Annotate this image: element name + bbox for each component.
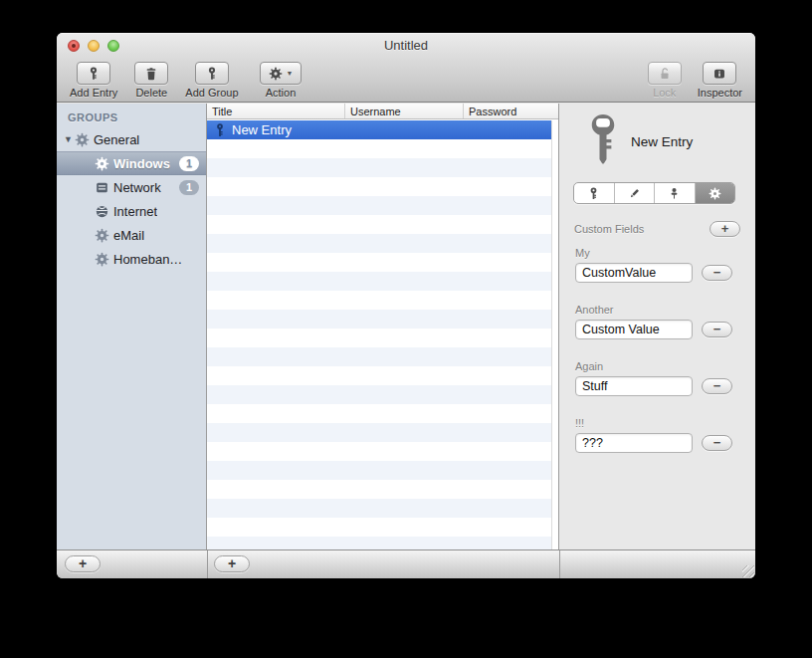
gear-icon bbox=[95, 156, 109, 171]
tab-notes[interactable] bbox=[615, 183, 656, 203]
custom-field-input[interactable] bbox=[575, 376, 693, 396]
key-icon bbox=[87, 67, 101, 81]
gear-icon bbox=[709, 187, 721, 200]
column-header-title[interactable]: Title bbox=[207, 104, 345, 118]
pencil-icon bbox=[628, 187, 641, 200]
add-entry-bottom-button[interactable]: + bbox=[214, 555, 250, 572]
window-title: Untitled bbox=[57, 33, 755, 57]
lock-label: Lock bbox=[653, 87, 676, 99]
key-icon bbox=[205, 67, 219, 81]
custom-field-label: !!! bbox=[575, 417, 732, 429]
action-toolbar-button[interactable]: ▼ Action bbox=[260, 62, 303, 99]
globe-icon bbox=[95, 204, 109, 219]
titlebar[interactable]: Untitled bbox=[57, 33, 755, 57]
custom-field-input[interactable] bbox=[575, 263, 693, 283]
custom-field-group: My − bbox=[575, 247, 732, 283]
gear-icon bbox=[269, 67, 283, 81]
app-window: Untitled Add Entry Delete Add Group bbox=[57, 33, 755, 578]
padlock-open-icon bbox=[658, 67, 672, 81]
bottom-bar: + + bbox=[57, 549, 755, 578]
sidebar-item-general[interactable]: ▼ General bbox=[57, 127, 206, 151]
chevron-down-icon: ▼ bbox=[287, 70, 294, 77]
custom-field-input[interactable] bbox=[575, 433, 693, 453]
disclosure-triangle-icon[interactable]: ▼ bbox=[62, 134, 75, 144]
action-label: Action bbox=[266, 87, 297, 99]
divider bbox=[559, 550, 560, 578]
custom-field-input[interactable] bbox=[575, 320, 693, 339]
toolbar: Add Entry Delete Add Group ▼ Action bbox=[57, 57, 755, 103]
table-body bbox=[207, 120, 551, 549]
gear-icon bbox=[95, 228, 109, 243]
sidebar-item-email[interactable]: eMail bbox=[57, 223, 206, 247]
trash-icon bbox=[144, 67, 158, 81]
custom-field-group: Another − bbox=[575, 304, 732, 339]
pin-icon bbox=[668, 187, 681, 200]
count-badge: 1 bbox=[179, 180, 199, 195]
add-group-toolbar-button[interactable]: Add Group bbox=[185, 62, 238, 99]
custom-field-label: Another bbox=[575, 304, 732, 316]
custom-field-group: !!! − bbox=[575, 417, 732, 453]
count-badge: 1 bbox=[179, 156, 199, 171]
remove-custom-field-button[interactable]: − bbox=[702, 322, 732, 337]
server-icon bbox=[95, 180, 109, 195]
window-chrome: Untitled Add Entry Delete Add Group bbox=[57, 33, 755, 103]
remove-custom-field-button[interactable]: − bbox=[702, 435, 732, 451]
key-icon bbox=[587, 187, 600, 200]
inspector-panel: New Entry Custom Fields + My − bbox=[559, 104, 755, 549]
inspector-entry-title: New Entry bbox=[631, 134, 693, 149]
sidebar-item-network[interactable]: Network 1 bbox=[57, 175, 206, 199]
custom-fields-section-label: Custom Fields bbox=[574, 223, 644, 235]
key-icon bbox=[214, 123, 226, 137]
entry-key-icon bbox=[584, 114, 622, 164]
column-header-username[interactable]: Username bbox=[345, 104, 464, 118]
gear-icon bbox=[75, 132, 90, 147]
delete-toolbar-button[interactable]: Delete bbox=[134, 62, 168, 99]
delete-label: Delete bbox=[135, 87, 167, 99]
sidebar-item-internet[interactable]: Internet bbox=[57, 199, 206, 223]
add-entry-label: Add Entry bbox=[70, 87, 117, 99]
custom-field-label: Again bbox=[575, 360, 732, 372]
resize-grip[interactable] bbox=[742, 565, 754, 577]
sidebar-item-windows[interactable]: Windows 1 bbox=[57, 151, 206, 175]
custom-fields-list: My − Another − Again bbox=[575, 247, 732, 474]
groups-sidebar: GROUPS ▼ General Windows 1 Network 1 Int… bbox=[57, 104, 207, 549]
custom-field-label: My bbox=[575, 247, 732, 259]
table-header: Title Username Password bbox=[207, 104, 558, 119]
add-group-label: Add Group bbox=[185, 87, 238, 99]
divider bbox=[207, 550, 208, 578]
custom-field-group: Again − bbox=[575, 360, 732, 396]
inspector-toolbar-button[interactable]: Inspector bbox=[698, 62, 742, 99]
lock-toolbar-button: Lock bbox=[648, 62, 682, 99]
column-header-password[interactable]: Password bbox=[464, 104, 558, 118]
add-entry-toolbar-button[interactable]: Add Entry bbox=[70, 62, 117, 99]
remove-custom-field-button[interactable]: − bbox=[702, 265, 732, 281]
groups-header: GROUPS bbox=[57, 104, 206, 127]
remove-custom-field-button[interactable]: − bbox=[702, 378, 732, 394]
sidebar-item-homebanking[interactable]: Homeban… bbox=[57, 247, 206, 271]
add-custom-field-button[interactable]: + bbox=[710, 221, 740, 237]
info-icon bbox=[712, 67, 726, 81]
table-row[interactable]: New Entry bbox=[207, 120, 551, 139]
tab-general[interactable] bbox=[574, 183, 615, 203]
inspector-label: Inspector bbox=[698, 87, 742, 99]
add-group-bottom-button[interactable]: + bbox=[65, 555, 101, 572]
scrollbar-track[interactable] bbox=[551, 120, 558, 549]
entry-table: Title Username Password New Entry bbox=[207, 104, 559, 549]
gear-icon bbox=[95, 252, 109, 267]
inspector-tabs bbox=[573, 182, 735, 204]
tab-custom-fields[interactable] bbox=[696, 183, 735, 203]
entry-title-cell: New Entry bbox=[232, 122, 292, 137]
tab-attachments[interactable] bbox=[655, 183, 696, 203]
